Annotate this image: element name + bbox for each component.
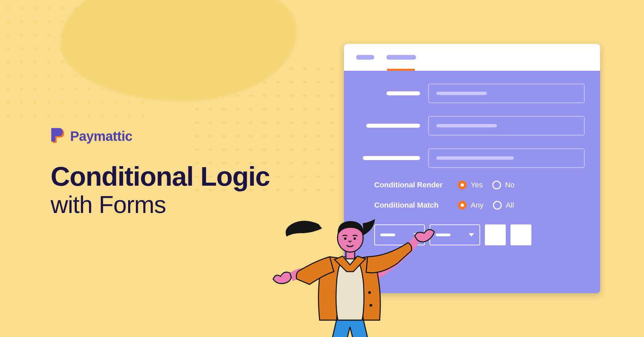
brand-name: Paymattic (70, 129, 132, 144)
radio-label: All (506, 201, 514, 210)
field-row (359, 84, 585, 103)
radio-icon (493, 201, 502, 210)
radio-icon (492, 181, 501, 189)
window-tabbar (344, 44, 600, 71)
value-skeleton (436, 92, 487, 95)
svg-point-2 (344, 238, 347, 240)
radio-selected-icon (458, 181, 467, 189)
decorative-blob (61, 0, 297, 101)
value-skeleton (436, 124, 497, 127)
paymattic-logo-icon (51, 128, 65, 144)
text-field[interactable] (428, 84, 585, 103)
headline-line2: with Forms (51, 191, 270, 218)
condition-action-button[interactable] (510, 224, 531, 245)
radio-selected-icon (458, 201, 467, 210)
label-skeleton (386, 91, 420, 95)
headline-line1: Conditional Logic (51, 162, 270, 191)
render-radio-yes[interactable]: Yes (458, 181, 483, 189)
text-field[interactable] (428, 148, 585, 168)
value-skeleton (436, 156, 514, 160)
render-option-row: Conditional Render Yes No (359, 181, 585, 189)
hero-copy: Paymattic Conditional Logic with Forms (51, 128, 270, 218)
tab-placeholder-active (386, 55, 416, 60)
condition-operator-select[interactable] (430, 224, 480, 245)
person-illustration (266, 206, 435, 337)
tab-placeholder (356, 55, 374, 60)
text-field[interactable] (428, 116, 585, 135)
field-row (359, 116, 585, 135)
field-row (359, 148, 585, 168)
render-radio-no[interactable]: No (492, 181, 515, 189)
tab-active-indicator (387, 69, 415, 71)
render-label: Conditional Render (374, 181, 448, 189)
label-skeleton (366, 124, 420, 128)
svg-point-5 (370, 304, 372, 307)
logo: Paymattic (51, 128, 270, 144)
select-placeholder (436, 234, 450, 236)
match-radio-any[interactable]: Any (458, 201, 484, 210)
chevron-down-icon (469, 233, 474, 237)
match-radio-all[interactable]: All (493, 201, 514, 210)
radio-label: No (505, 181, 515, 189)
svg-point-3 (354, 238, 356, 240)
condition-action-button[interactable] (485, 224, 506, 245)
label-skeleton (363, 156, 420, 160)
svg-point-4 (368, 291, 371, 294)
radio-label: Yes (471, 181, 483, 189)
radio-label: Any (471, 201, 484, 210)
